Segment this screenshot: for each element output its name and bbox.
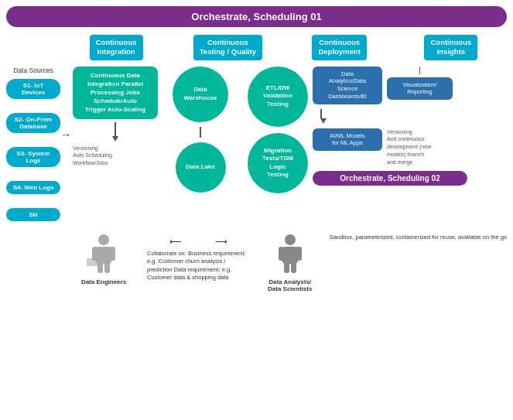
aiml-box: AI/ML Modelsfor ML Apps: [313, 128, 382, 152]
viz-col: Visualization/Reporting: [387, 67, 453, 104]
data-analysts-figure: [267, 234, 313, 276]
versioning-text: VersioningAuto SchedulingWorkflow/Jobs: [73, 145, 158, 167]
header-ci: ContinuousIntegration: [60, 35, 172, 60]
migration-oval: MigrationTests/TDMLogicTesting: [248, 133, 308, 193]
svg-rect-12: [291, 262, 296, 273]
aiml-row: AI/ML Modelsfor ML Apps VersioningAnd co…: [313, 128, 467, 166]
data-sources-sidebar: Data Sources S1- IoT Devices S2- On-Prem…: [6, 67, 60, 227]
ct-arrow1: [200, 127, 201, 138]
data-lake-oval: Data Lake: [176, 142, 226, 193]
header-ci-box: ContinuousIntegration: [90, 35, 143, 60]
data-engineers-col: Data Engineers: [65, 234, 142, 285]
source-s3: S3- System Logs: [6, 147, 60, 167]
svg-point-0: [98, 234, 109, 245]
top-banner: Orchestrate, Scheduling 01: [6, 6, 507, 27]
main-container: Orchestrate, Scheduling 01 ContinuousInt…: [0, 0, 513, 299]
header-ct-box: ContinuousTesting / Quality: [193, 35, 262, 60]
viz-box: Visualization/Reporting: [387, 77, 453, 101]
col-ci: Continuous DataIntegration ParallelProce…: [73, 67, 158, 167]
etl-oval: ETL/DWValidationTesting: [248, 67, 308, 127]
header-cd-box: ContinuousDeployment: [312, 35, 366, 60]
col-cd-ins: DataAnalytics/DataScienceDashboards/BI V…: [313, 67, 467, 186]
collaborate-col: ⟵ ⟶ Collaborate on: Business requirement…: [147, 234, 251, 282]
svg-rect-4: [97, 262, 103, 273]
data-engineers-label: Data Engineers: [81, 278, 126, 285]
svg-rect-11: [284, 262, 289, 273]
header-ct: ContinuousTesting / Quality: [172, 35, 283, 60]
content-area: Data Sources S1- IoT Devices S2- On-Prem…: [6, 67, 507, 227]
analytics-box: DataAnalytics/DataScienceDashboards/BI: [313, 67, 382, 104]
versioning2-text: VersioningAnd continuousdevelopment (new…: [387, 128, 431, 166]
data-analysts-col: Data Analysts/Data Scientists Sandbox, p…: [255, 234, 507, 292]
svg-rect-6: [87, 258, 98, 266]
data-analysts-figure-col: Data Analysts/Data Scientists: [255, 234, 325, 292]
ci-arrow: [73, 122, 158, 142]
svg-rect-10: [296, 247, 302, 261]
data-engineers-figure: [80, 234, 127, 276]
orch2-banner: Orchestrate, Scheduling 02: [313, 171, 467, 186]
svg-rect-9: [279, 247, 285, 261]
svg-point-7: [285, 234, 296, 245]
collaborate-text: Collaborate on: Business requirement: e.…: [147, 250, 251, 282]
header-ins: ContinuousInsights: [395, 35, 507, 60]
header-row: ContinuousIntegration ContinuousTesting …: [6, 35, 507, 60]
source-s4: S4- Web Logs: [6, 181, 60, 194]
source-s2: S2- On-Prem Database: [6, 113, 60, 133]
col-ct: DataWarehouse Data Lake: [158, 67, 243, 193]
source-s1: S1- IoT Devices: [6, 79, 60, 99]
bottom-section: Data Engineers ⟵ ⟶ Collaborate on: Busin…: [6, 234, 507, 292]
source-sn: SN: [6, 208, 60, 221]
cd-arrow-down: [320, 109, 467, 124]
data-analysts-label: Data Analysts/Data Scientists: [268, 278, 312, 292]
svg-rect-5: [104, 262, 110, 273]
ci-green-box: Continuous DataIntegration ParallelProce…: [73, 67, 158, 119]
col-etl-mig: ETL/DWValidationTesting MigrationTests/T…: [243, 67, 313, 193]
data-warehouse-oval: DataWarehouse: [173, 67, 228, 122]
analytics-viz-row: DataAnalytics/DataScienceDashboards/BI V…: [313, 67, 467, 104]
source-arrow: →: [60, 128, 71, 141]
svg-rect-3: [109, 247, 115, 261]
header-ins-box: ContinuousInsights: [424, 35, 477, 60]
double-arrow: ⟵ ⟶: [169, 237, 227, 247]
data-sources-label: Data Sources: [6, 67, 60, 74]
header-cd: ContinuousDeployment: [284, 35, 395, 60]
sandbox-text: Sandbox, parameterized, containerized fo…: [330, 234, 507, 242]
